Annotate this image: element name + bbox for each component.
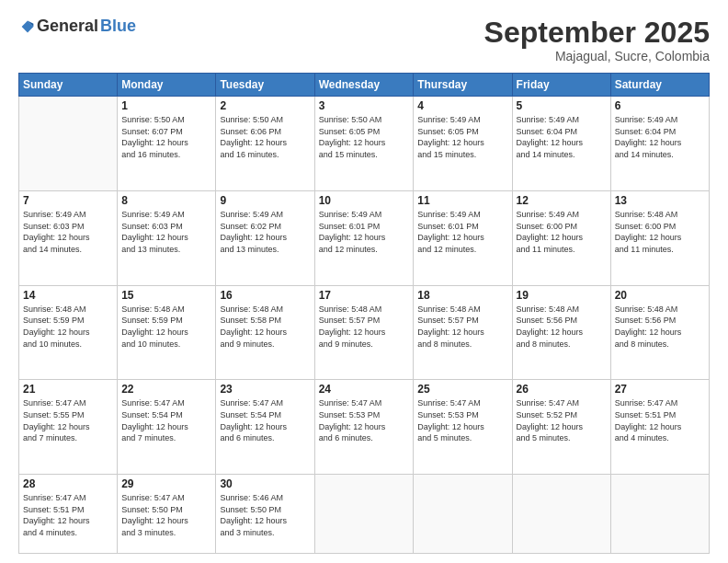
day-info: Sunrise: 5:47 AM Sunset: 5:52 PM Dayligh… (517, 397, 607, 443)
calendar-day-cell: 1Sunrise: 5:50 AM Sunset: 6:07 PM Daylig… (118, 97, 216, 191)
page: GeneralBlue September 2025 Majagual, Suc… (0, 0, 728, 563)
day-info: Sunrise: 5:47 AM Sunset: 5:51 PM Dayligh… (615, 397, 705, 443)
calendar-day-cell: 2Sunrise: 5:50 AM Sunset: 6:06 PM Daylig… (216, 97, 314, 191)
day-number: 29 (121, 477, 211, 490)
calendar-day-cell: 25Sunrise: 5:47 AM Sunset: 5:53 PM Dayli… (414, 380, 512, 475)
logo: GeneralBlue (18, 17, 136, 36)
calendar-day-cell: 20Sunrise: 5:48 AM Sunset: 5:56 PM Dayli… (610, 285, 709, 380)
calendar-day-cell: 9Sunrise: 5:49 AM Sunset: 6:02 PM Daylig… (216, 190, 314, 285)
day-number: 7 (23, 194, 113, 207)
calendar-table: Sunday Monday Tuesday Wednesday Thursday… (18, 73, 710, 554)
calendar-day-cell (314, 475, 414, 554)
calendar-day-cell (610, 475, 709, 554)
day-info: Sunrise: 5:49 AM Sunset: 6:03 PM Dayligh… (23, 209, 113, 255)
day-number: 11 (417, 194, 507, 207)
day-info: Sunrise: 5:47 AM Sunset: 5:50 PM Dayligh… (121, 492, 211, 538)
calendar-day-cell: 30Sunrise: 5:46 AM Sunset: 5:50 PM Dayli… (216, 475, 314, 554)
day-number: 13 (615, 194, 705, 207)
calendar-day-cell: 10Sunrise: 5:49 AM Sunset: 6:01 PM Dayli… (314, 190, 414, 285)
day-number: 2 (220, 99, 310, 112)
calendar-day-cell (512, 475, 610, 554)
day-number: 14 (23, 289, 113, 302)
day-info: Sunrise: 5:48 AM Sunset: 5:56 PM Dayligh… (517, 304, 607, 350)
calendar-day-cell: 5Sunrise: 5:49 AM Sunset: 6:04 PM Daylig… (512, 97, 610, 191)
month-title: September 2025 (484, 17, 710, 49)
calendar-day-cell: 11Sunrise: 5:49 AM Sunset: 6:01 PM Dayli… (414, 190, 512, 285)
calendar-week-row: 1Sunrise: 5:50 AM Sunset: 6:07 PM Daylig… (19, 97, 710, 191)
calendar-day-cell: 13Sunrise: 5:48 AM Sunset: 6:00 PM Dayli… (610, 190, 709, 285)
day-info: Sunrise: 5:48 AM Sunset: 5:59 PM Dayligh… (23, 304, 113, 350)
day-info: Sunrise: 5:47 AM Sunset: 5:55 PM Dayligh… (23, 397, 113, 443)
day-info: Sunrise: 5:47 AM Sunset: 5:54 PM Dayligh… (220, 397, 310, 443)
calendar-week-row: 7Sunrise: 5:49 AM Sunset: 6:03 PM Daylig… (19, 190, 710, 285)
day-info: Sunrise: 5:48 AM Sunset: 6:00 PM Dayligh… (615, 209, 705, 255)
day-info: Sunrise: 5:50 AM Sunset: 6:07 PM Dayligh… (121, 114, 211, 160)
day-number: 25 (417, 383, 507, 396)
day-number: 1 (121, 99, 211, 112)
calendar-day-cell: 19Sunrise: 5:48 AM Sunset: 5:56 PM Dayli… (512, 285, 610, 380)
day-number: 5 (517, 99, 607, 112)
day-info: Sunrise: 5:50 AM Sunset: 6:06 PM Dayligh… (220, 114, 310, 160)
day-number: 15 (121, 289, 211, 302)
calendar-day-cell: 28Sunrise: 5:47 AM Sunset: 5:51 PM Dayli… (19, 475, 118, 554)
day-info: Sunrise: 5:49 AM Sunset: 6:00 PM Dayligh… (517, 209, 607, 255)
calendar-day-cell: 26Sunrise: 5:47 AM Sunset: 5:52 PM Dayli… (512, 380, 610, 475)
day-number: 16 (220, 289, 310, 302)
day-info: Sunrise: 5:47 AM Sunset: 5:53 PM Dayligh… (319, 397, 410, 443)
day-info: Sunrise: 5:48 AM Sunset: 5:59 PM Dayligh… (121, 304, 211, 350)
day-info: Sunrise: 5:49 AM Sunset: 6:05 PM Dayligh… (417, 114, 507, 160)
location-subtitle: Majagual, Sucre, Colombia (484, 49, 710, 63)
day-info: Sunrise: 5:49 AM Sunset: 6:04 PM Dayligh… (517, 114, 607, 160)
col-friday: Friday (512, 74, 610, 97)
day-number: 21 (23, 383, 113, 396)
col-monday: Monday (118, 74, 216, 97)
day-number: 12 (517, 194, 607, 207)
calendar-day-cell: 3Sunrise: 5:50 AM Sunset: 6:05 PM Daylig… (314, 97, 414, 191)
day-number: 10 (319, 194, 410, 207)
col-tuesday: Tuesday (216, 74, 314, 97)
day-info: Sunrise: 5:47 AM Sunset: 5:54 PM Dayligh… (121, 397, 211, 443)
calendar-week-row: 14Sunrise: 5:48 AM Sunset: 5:59 PM Dayli… (19, 285, 710, 380)
day-number: 4 (417, 99, 507, 112)
day-info: Sunrise: 5:50 AM Sunset: 6:05 PM Dayligh… (319, 114, 410, 160)
day-info: Sunrise: 5:48 AM Sunset: 5:58 PM Dayligh… (220, 304, 310, 350)
calendar-day-cell: 7Sunrise: 5:49 AM Sunset: 6:03 PM Daylig… (19, 190, 118, 285)
day-number: 20 (615, 289, 705, 302)
day-number: 26 (517, 383, 607, 396)
day-info: Sunrise: 5:47 AM Sunset: 5:53 PM Dayligh… (417, 397, 507, 443)
title-block: September 2025 Majagual, Sucre, Colombia (484, 17, 710, 63)
day-number: 23 (220, 383, 310, 396)
day-number: 6 (615, 99, 705, 112)
day-info: Sunrise: 5:47 AM Sunset: 5:51 PM Dayligh… (23, 492, 113, 538)
col-saturday: Saturday (610, 74, 709, 97)
calendar-day-cell: 23Sunrise: 5:47 AM Sunset: 5:54 PM Dayli… (216, 380, 314, 475)
calendar-day-cell: 24Sunrise: 5:47 AM Sunset: 5:53 PM Dayli… (314, 380, 414, 475)
day-info: Sunrise: 5:48 AM Sunset: 5:56 PM Dayligh… (615, 304, 705, 350)
day-info: Sunrise: 5:49 AM Sunset: 6:02 PM Dayligh… (220, 209, 310, 255)
day-number: 28 (23, 477, 113, 490)
day-number: 3 (319, 99, 410, 112)
day-info: Sunrise: 5:49 AM Sunset: 6:01 PM Dayligh… (417, 209, 507, 255)
header: GeneralBlue September 2025 Majagual, Suc… (18, 17, 710, 63)
day-number: 22 (121, 383, 211, 396)
calendar-day-cell: 22Sunrise: 5:47 AM Sunset: 5:54 PM Dayli… (118, 380, 216, 475)
calendar-day-cell: 12Sunrise: 5:49 AM Sunset: 6:00 PM Dayli… (512, 190, 610, 285)
day-number: 17 (319, 289, 410, 302)
calendar-day-cell: 15Sunrise: 5:48 AM Sunset: 5:59 PM Dayli… (118, 285, 216, 380)
svg-marker-0 (22, 20, 34, 32)
col-wednesday: Wednesday (314, 74, 414, 97)
col-sunday: Sunday (19, 74, 118, 97)
day-number: 30 (220, 477, 310, 490)
day-number: 27 (615, 383, 705, 396)
calendar-day-cell: 16Sunrise: 5:48 AM Sunset: 5:58 PM Dayli… (216, 285, 314, 380)
day-number: 18 (417, 289, 507, 302)
calendar-header-row: Sunday Monday Tuesday Wednesday Thursday… (19, 74, 710, 97)
day-info: Sunrise: 5:48 AM Sunset: 5:57 PM Dayligh… (417, 304, 507, 350)
day-info: Sunrise: 5:46 AM Sunset: 5:50 PM Dayligh… (220, 492, 310, 538)
calendar-day-cell: 4Sunrise: 5:49 AM Sunset: 6:05 PM Daylig… (414, 97, 512, 191)
calendar-day-cell: 17Sunrise: 5:48 AM Sunset: 5:57 PM Dayli… (314, 285, 414, 380)
logo-icon (20, 19, 35, 34)
calendar-day-cell: 6Sunrise: 5:49 AM Sunset: 6:04 PM Daylig… (610, 97, 709, 191)
day-info: Sunrise: 5:49 AM Sunset: 6:03 PM Dayligh… (121, 209, 211, 255)
calendar-day-cell: 27Sunrise: 5:47 AM Sunset: 5:51 PM Dayli… (610, 380, 709, 475)
